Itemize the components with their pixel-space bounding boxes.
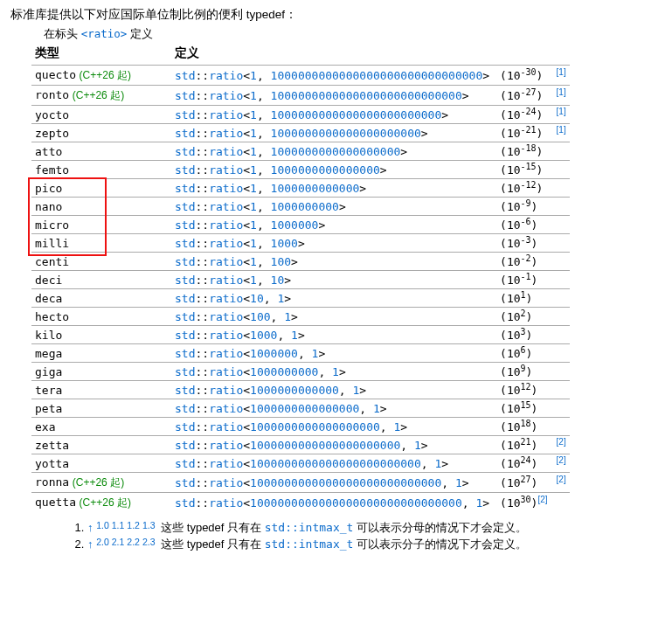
ns-link[interactable]: std (175, 145, 195, 158)
typedef-name[interactable]: giga (35, 365, 62, 378)
typedef-name[interactable]: milli (35, 237, 69, 250)
ns-link[interactable]: std (175, 384, 195, 397)
footnote-item: ↑ 2.02.12.22.3 这些 typedef 只有在 std::intma… (87, 537, 662, 552)
footnote-backref[interactable]: 1.3 (142, 520, 156, 530)
ratio-link[interactable]: ratio (209, 274, 243, 287)
ratio-link[interactable]: ratio (209, 200, 243, 213)
typedef-name[interactable]: centi (35, 255, 69, 268)
typedef-name[interactable]: pico (35, 182, 62, 195)
ratio-link[interactable]: ratio (209, 496, 243, 510)
typedef-name[interactable]: ronna (35, 475, 69, 489)
ns-link[interactable]: std (175, 69, 195, 82)
footnote-ref[interactable]: [1] (557, 128, 566, 139)
ratio-link[interactable]: ratio (209, 402, 243, 415)
ns-link[interactable]: std (175, 476, 195, 489)
ns-link[interactable]: std (175, 200, 195, 213)
ratio-link[interactable]: ratio (209, 127, 243, 140)
ratio-link[interactable]: ratio (209, 365, 243, 378)
ns-link[interactable]: std (175, 439, 195, 452)
typedef-name[interactable]: quecto (35, 68, 76, 81)
footnote-backref[interactable]: 2.0 (96, 537, 109, 547)
footnote-ref[interactable]: [2] (537, 498, 547, 509)
ns-link[interactable]: std (175, 420, 195, 433)
ratio-link[interactable]: ratio (209, 218, 243, 232)
footnote-ref[interactable]: [1] (557, 71, 566, 81)
typedef-name[interactable]: deci (35, 274, 62, 287)
ratio-link[interactable]: ratio (209, 310, 243, 323)
footnote-ref[interactable]: [2] (557, 478, 566, 489)
ratio-link[interactable]: ratio (209, 145, 243, 158)
typedef-name[interactable]: peta (35, 402, 62, 415)
ns-link[interactable]: std (175, 329, 195, 342)
ratio-link[interactable]: ratio (209, 384, 243, 397)
since-tag: (C++26 起) (80, 496, 131, 509)
ns-link[interactable]: std (175, 163, 195, 177)
typedef-name[interactable]: zetta (35, 439, 69, 452)
ns-link[interactable]: std (175, 237, 195, 250)
ratio-link[interactable]: ratio (209, 182, 243, 195)
typedef-name[interactable]: deca (35, 292, 62, 305)
typedef-name[interactable]: femto (35, 163, 69, 177)
footnote-ref[interactable]: [1] (557, 91, 566, 101)
typedef-name[interactable]: nano (35, 200, 62, 213)
ratio-link[interactable]: ratio (209, 457, 243, 470)
ns-link[interactable]: std (175, 89, 195, 102)
footnote-ref[interactable]: [2] (557, 440, 566, 451)
ns-link[interactable]: std (175, 108, 195, 121)
ratio-link[interactable]: ratio (209, 108, 243, 121)
ns-link[interactable]: std (175, 292, 195, 305)
footnote-backref[interactable]: 1.2 (127, 520, 140, 530)
ratio-link[interactable]: ratio (209, 347, 243, 360)
typedef-name[interactable]: hecto (35, 310, 69, 323)
typedef-name[interactable]: kilo (35, 329, 62, 342)
footnote-code[interactable]: std::intmax_t (265, 521, 354, 534)
header-note-code[interactable]: <ratio> (81, 27, 128, 40)
footnote-backlink[interactable]: ↑ (87, 521, 96, 534)
ratio-link[interactable]: ratio (209, 255, 243, 268)
ns-link[interactable]: std (175, 274, 195, 287)
ratio-link[interactable]: ratio (209, 69, 243, 82)
typedef-name[interactable]: exa (35, 420, 55, 433)
typedef-name[interactable]: zepto (35, 127, 69, 140)
footnote-code[interactable]: std::intmax_t (265, 537, 354, 551)
typedef-name[interactable]: atto (35, 145, 62, 158)
footnote-ref[interactable]: [1] (557, 110, 566, 121)
typedef-name-cell: quetta (C++26 起) (31, 493, 171, 513)
table-row: decistd::ratio<1, 10>(10-1) (31, 271, 570, 289)
footnote-backref[interactable]: 1.0 (96, 520, 109, 530)
ns-link[interactable]: std (175, 127, 195, 140)
table-row: yoctostd::ratio<1, 100000000000000000000… (31, 106, 570, 124)
ns-link[interactable]: std (175, 365, 195, 378)
ratio-link[interactable]: ratio (209, 476, 243, 489)
typedef-name[interactable]: tera (35, 384, 62, 397)
power-label: (1027) (500, 476, 537, 489)
typedef-name[interactable]: micro (35, 218, 69, 232)
footnote-backlink[interactable]: ↑ (87, 537, 96, 551)
ratio-link[interactable]: ratio (209, 292, 243, 305)
footnote-backref[interactable]: 2.3 (142, 537, 156, 547)
typedef-name[interactable]: ronto (35, 88, 69, 101)
ns-link[interactable]: std (175, 496, 195, 510)
ratio-link[interactable]: ratio (209, 420, 243, 433)
ratio-table: 类型 定义 quecto (C++26 起)std::ratio<1, 1000… (31, 44, 570, 512)
footnote-backref[interactable]: 1.1 (112, 520, 125, 530)
ns-link[interactable]: std (175, 347, 195, 360)
typedef-name[interactable]: quetta (35, 496, 76, 509)
ratio-link[interactable]: ratio (209, 163, 243, 177)
ns-link[interactable]: std (175, 402, 195, 415)
ratio-link[interactable]: ratio (209, 237, 243, 250)
ratio-link[interactable]: ratio (209, 439, 243, 452)
ns-link[interactable]: std (175, 182, 195, 195)
footnote-ref[interactable]: [2] (557, 459, 566, 469)
ns-link[interactable]: std (175, 457, 195, 470)
ns-link[interactable]: std (175, 310, 195, 323)
ratio-link[interactable]: ratio (209, 89, 243, 102)
typedef-name[interactable]: yocto (35, 108, 69, 121)
typedef-name[interactable]: yotta (35, 457, 69, 470)
ns-link[interactable]: std (175, 218, 195, 232)
footnote-backref[interactable]: 2.1 (112, 537, 125, 547)
footnote-backref[interactable]: 2.2 (127, 537, 140, 547)
typedef-name[interactable]: mega (35, 347, 62, 360)
ratio-link[interactable]: ratio (209, 329, 243, 342)
ns-link[interactable]: std (175, 255, 195, 268)
